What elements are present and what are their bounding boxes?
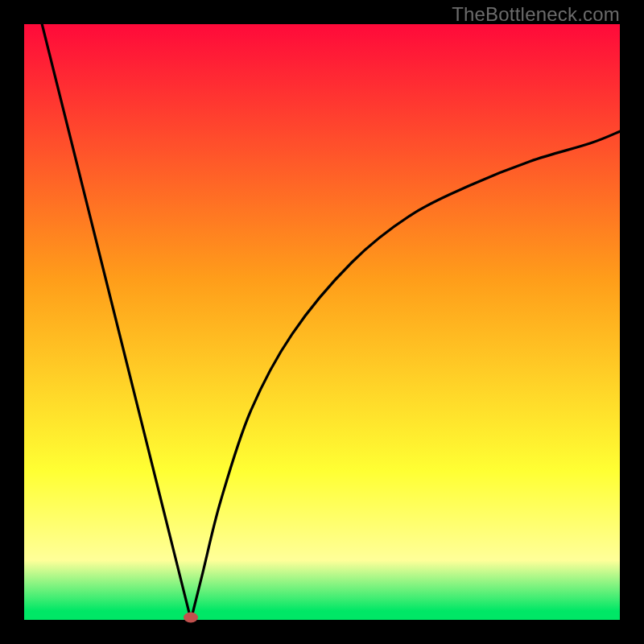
chart-frame: TheBottleneck.com — [0, 0, 644, 644]
optimal-point-marker — [184, 613, 198, 623]
bottleneck-curve — [24, 24, 620, 620]
watermark-text: TheBottleneck.com — [452, 3, 620, 26]
plot-area — [24, 24, 620, 620]
